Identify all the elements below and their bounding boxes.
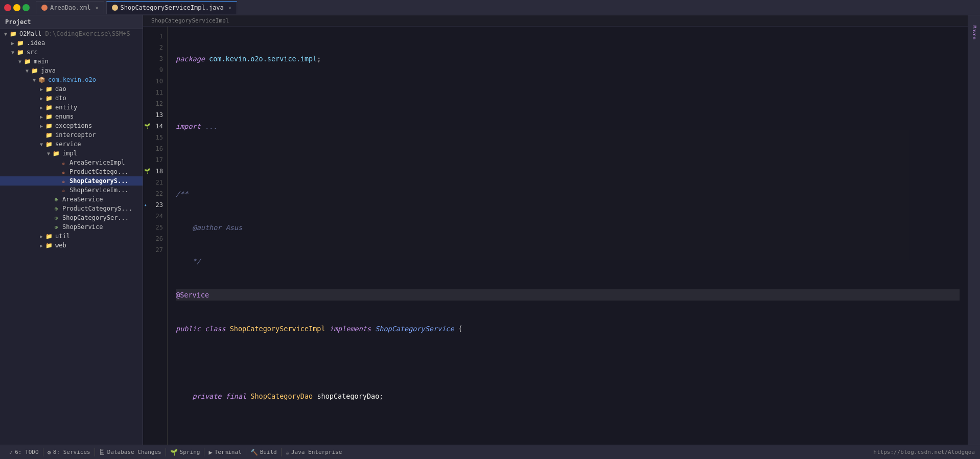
sidebar-item-dto[interactable]: ▶ 📁 dto bbox=[0, 94, 143, 103]
ln-2: 2 bbox=[143, 42, 167, 53]
code-content[interactable]: package com.kevin.o2o.service.impl; impo… bbox=[168, 27, 968, 445]
sidebar-label-service: service bbox=[55, 141, 81, 148]
title-bar-controls bbox=[4, 4, 30, 11]
kw-public-14: public bbox=[176, 323, 205, 334]
code-line-13: @Service bbox=[176, 289, 960, 301]
folder-icon-root: 📁 bbox=[9, 30, 17, 37]
sidebar-item-product-category[interactable]: ☕ ProductCatego... bbox=[0, 167, 143, 176]
sidebar-item-area-service-impl[interactable]: ☕ AreaServiceImpl bbox=[0, 158, 143, 167]
sidebar-label-pkg: com.kevin.o2o bbox=[48, 76, 96, 83]
sidebar-label-shop-category-s: ShopCategoryS... bbox=[69, 177, 129, 185]
keyword-package: package bbox=[176, 53, 209, 64]
ln-27: 27 bbox=[143, 244, 167, 256]
sidebar-item-shop-category-iface[interactable]: ⊕ ShopCategorySer... bbox=[0, 213, 143, 222]
sidebar: Project ▼ 📁 O2Mall D:\CodingExercise\SSM… bbox=[0, 15, 143, 445]
comment-close: */ bbox=[176, 256, 201, 267]
tab-shop-service-close[interactable]: × bbox=[228, 5, 231, 11]
sidebar-item-shop-service-im[interactable]: ☕ ShopServiceIm... bbox=[0, 186, 143, 195]
code-line-17 bbox=[176, 424, 960, 435]
services-icon: ⚙ bbox=[48, 449, 51, 456]
folder-icon-dao: 📁 bbox=[45, 85, 53, 93]
tree-arrow-dto: ▶ bbox=[38, 96, 45, 101]
minimize-button[interactable] bbox=[13, 4, 20, 11]
maven-icon[interactable]: Maven bbox=[971, 17, 978, 48]
java-file-icon-product: ☕ bbox=[59, 168, 67, 175]
xml-file-icon bbox=[41, 5, 48, 11]
code-line-1: package com.kevin.o2o.service.impl; bbox=[176, 53, 960, 64]
tab-area-dao-close[interactable]: × bbox=[95, 5, 98, 11]
code-line-9 bbox=[176, 154, 960, 166]
status-db-changes[interactable]: 🗄 Database Changes bbox=[95, 445, 166, 459]
status-spring-label: Spring bbox=[180, 449, 200, 455]
tree-root[interactable]: ▼ 📁 O2Mall D:\CodingExercise\SSM+S bbox=[0, 29, 143, 38]
status-spring[interactable]: 🌱 Spring bbox=[166, 445, 204, 459]
sidebar-label-impl: impl bbox=[62, 150, 77, 157]
ln-15: 15 bbox=[143, 132, 167, 143]
java-enterprise-icon: ☕ bbox=[286, 449, 289, 456]
editor-content[interactable]: 1 2 3 9 10 11 12 13 14 🌱 15 16 17 bbox=[143, 27, 968, 445]
folder-icon-main: 📁 bbox=[24, 58, 32, 65]
spring-indicator-18: 🌱 bbox=[144, 166, 150, 177]
tree-arrow-entity: ▶ bbox=[38, 105, 45, 110]
sidebar-label-java: java bbox=[41, 67, 56, 74]
sidebar-item-entity[interactable]: ▶ 📁 entity bbox=[0, 103, 143, 112]
status-services[interactable]: ⚙ 8: Services bbox=[43, 445, 95, 459]
kw-implements: implements bbox=[330, 323, 375, 334]
close-button[interactable] bbox=[4, 4, 11, 11]
tree-root-label: O2Mall D:\CodingExercise\SSM+S bbox=[19, 30, 130, 37]
java-file-icon-shop-service: ☕ bbox=[59, 187, 67, 194]
maximize-button[interactable] bbox=[22, 4, 30, 11]
ln-11: 11 bbox=[143, 87, 167, 98]
sidebar-item-dao[interactable]: ▶ 📁 dao bbox=[0, 84, 143, 94]
sidebar-label-main: main bbox=[34, 58, 49, 65]
title-bar: AreaDao.xml × ShopCategoryServiceImpl.ja… bbox=[0, 0, 980, 15]
code-line-16: private final ShopCategoryDao shopCatego… bbox=[176, 391, 960, 402]
sidebar-item-web[interactable]: ▶ 📁 web bbox=[0, 241, 143, 250]
sidebar-header: Project bbox=[0, 15, 143, 29]
code-line-11: @author Asus bbox=[176, 222, 960, 233]
folder-icon-dto: 📁 bbox=[45, 95, 53, 102]
sidebar-item-exceptions[interactable]: ▶ 📁 exceptions bbox=[0, 121, 143, 130]
interface-name: ShopCategoryService bbox=[375, 323, 454, 334]
sidebar-label-area-service-impl: AreaServiceImpl bbox=[69, 159, 125, 166]
sidebar-item-src[interactable]: ▼ 📁 src bbox=[0, 48, 143, 57]
import-ellipsis: ... bbox=[205, 121, 217, 132]
status-java-enterprise[interactable]: ☕ Java Enterprise bbox=[282, 445, 346, 459]
sidebar-item-java[interactable]: ▼ 📁 java bbox=[0, 66, 143, 75]
sidebar-item-pkg[interactable]: ▼ 📦 com.kevin.o2o bbox=[0, 75, 143, 84]
tree-arrow-root: ▼ bbox=[2, 31, 9, 37]
build-icon: 🔨 bbox=[250, 449, 258, 456]
pkg-name: com.kevin.o2o.service.impl bbox=[209, 53, 317, 64]
sidebar-label-util: util bbox=[55, 233, 70, 240]
status-terminal[interactable]: ▶ Terminal bbox=[204, 445, 245, 459]
sidebar-item-interceptor[interactable]: 📁 interceptor bbox=[0, 130, 143, 140]
sidebar-item-impl[interactable]: ▼ 📁 impl bbox=[0, 149, 143, 158]
sidebar-item-shop-service-iface[interactable]: ⊕ ShopService bbox=[0, 222, 143, 232]
ln-21: 21 bbox=[143, 177, 167, 188]
sidebar-item-util[interactable]: ▶ 📁 util bbox=[0, 232, 143, 241]
ln-23: 23 ✦ bbox=[143, 199, 167, 211]
tab-shop-service[interactable]: ShopCategoryServiceImpl.java × bbox=[106, 1, 237, 14]
sidebar-item-idea[interactable]: ▶ 📁 .idea bbox=[0, 38, 143, 48]
sidebar-item-shop-category-s[interactable]: ☕ ShopCategoryS... bbox=[0, 176, 143, 186]
tab-area-dao[interactable]: AreaDao.xml × bbox=[36, 1, 104, 14]
code-line-2 bbox=[176, 87, 960, 98]
sidebar-item-enums[interactable]: ▶ 📁 enums bbox=[0, 112, 143, 121]
ln-18: 18 🌱 bbox=[143, 166, 167, 177]
main-area: Project ▼ 📁 O2Mall D:\CodingExercise\SSM… bbox=[0, 15, 980, 445]
sidebar-item-main[interactable]: ▼ 📁 main bbox=[0, 57, 143, 66]
status-build[interactable]: 🔨 Build bbox=[246, 445, 281, 459]
sidebar-item-service[interactable]: ▼ 📁 service bbox=[0, 140, 143, 149]
tab-area-dao-label: AreaDao.xml bbox=[50, 4, 90, 11]
kw-class-14: class bbox=[205, 323, 230, 334]
code-line-15 bbox=[176, 357, 960, 368]
kw-private: private bbox=[193, 391, 226, 402]
ln-9: 9 bbox=[143, 64, 167, 76]
status-todo[interactable]: ✓ 6: TODO bbox=[5, 445, 43, 459]
sidebar-item-product-category-iface[interactable]: ⊕ ProductCategoryS... bbox=[0, 204, 143, 213]
sidebar-label-idea: .idea bbox=[27, 39, 45, 47]
sidebar-item-area-service-iface[interactable]: ⊕ AreaService bbox=[0, 195, 143, 204]
folder-icon-java: 📁 bbox=[31, 67, 39, 74]
sidebar-label-entity: entity bbox=[55, 104, 77, 111]
db-icon: 🗄 bbox=[99, 449, 105, 456]
